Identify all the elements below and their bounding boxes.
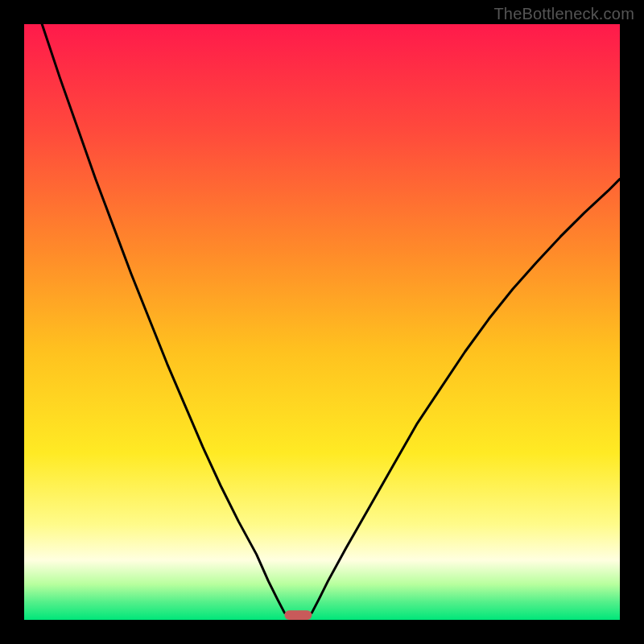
watermark-text: TheBottleneck.com: [493, 5, 634, 23]
minimum-pill: [284, 610, 312, 620]
gradient-background: [24, 24, 620, 620]
minimum-marker: [284, 610, 312, 620]
chart-frame: TheBottleneck.com: [0, 0, 644, 644]
plot-area: [24, 24, 620, 620]
chart-svg: [24, 24, 620, 620]
